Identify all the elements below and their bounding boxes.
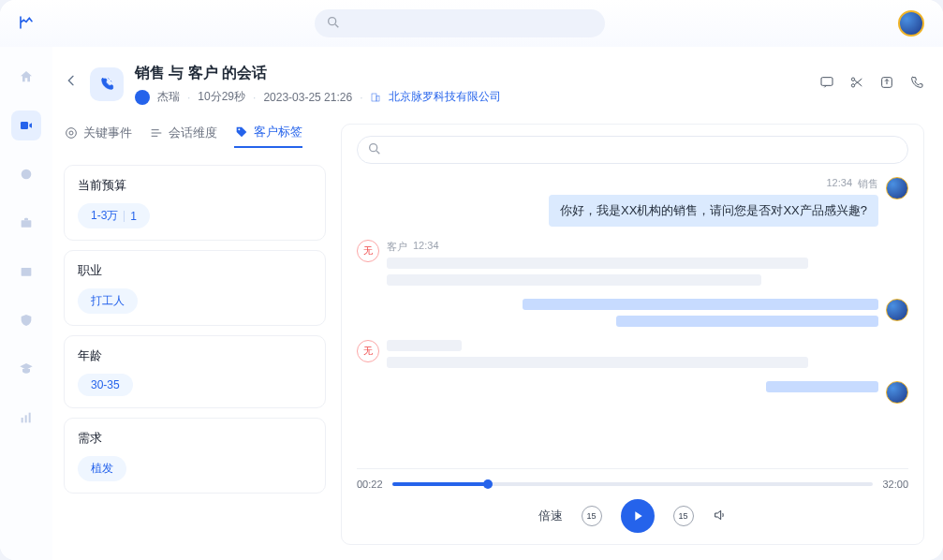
message-customer[interactable]: 无 [357, 340, 908, 368]
tag-chip[interactable]: 打工人 [78, 288, 138, 314]
conversation-search[interactable] [357, 136, 908, 164]
comment-icon[interactable] [819, 75, 834, 93]
top-bar [0, 0, 943, 47]
owner-name: 杰瑞 [157, 89, 180, 105]
datetime: 2023-03-25 21:26 [263, 91, 352, 104]
svg-rect-6 [25, 415, 27, 422]
svg-rect-4 [22, 268, 32, 276]
nav-education[interactable] [11, 354, 41, 384]
tag-section-occupation: 职业 打工人 [64, 250, 326, 326]
tag-section-age: 年龄 30-35 [64, 335, 326, 408]
svg-point-2 [22, 169, 32, 180]
tab-key-events[interactable]: 关键事件 [64, 124, 132, 148]
phone-icon[interactable] [909, 75, 924, 93]
left-nav [0, 47, 52, 560]
tag-chip[interactable]: 1-3万 1 [78, 203, 150, 228]
message-sales[interactable] [357, 381, 908, 404]
tab-dimensions[interactable]: 会话维度 [149, 124, 217, 148]
conversation-transcript: 12:34 销售 你好，我是XX机构的销售，请问您是否对XX产品感兴趣? 无 客… [357, 177, 908, 468]
message-sales[interactable] [357, 299, 908, 327]
volume-button[interactable] [713, 508, 728, 525]
svg-point-0 [329, 17, 336, 24]
user-avatar[interactable] [898, 10, 924, 37]
tag-chip[interactable]: 植发 [78, 456, 126, 481]
total-time: 32:00 [882, 479, 908, 490]
progress-bar[interactable] [392, 482, 874, 486]
search-icon [326, 15, 341, 33]
tag-section-need: 需求 植发 [64, 418, 326, 494]
sales-avatar [886, 177, 908, 199]
skeleton-line [387, 340, 462, 351]
company-icon [370, 91, 381, 104]
svg-rect-3 [22, 220, 32, 227]
back-button[interactable] [64, 64, 79, 93]
skeleton-line [766, 381, 878, 392]
customer-avatar: 无 [357, 240, 379, 262]
owner-avatar [135, 90, 150, 105]
nav-shield[interactable] [11, 305, 41, 335]
panel-tabs: 关键事件 会话维度 客户标签 [64, 124, 326, 155]
nav-video[interactable] [11, 111, 41, 140]
nav-circle[interactable] [11, 159, 41, 189]
skeleton-line [387, 357, 808, 368]
duration: 10分29秒 [198, 89, 245, 105]
page-title: 销售 与 客户 的会话 [135, 64, 808, 83]
skeleton-line [616, 316, 878, 327]
sales-avatar [886, 299, 908, 321]
current-time: 00:22 [357, 479, 383, 490]
app-logo[interactable] [19, 13, 34, 35]
tag-section-budget: 当前预算 1-3万 1 [64, 165, 326, 241]
company-link[interactable]: 北京脉罗科技有限公司 [389, 89, 501, 105]
svg-rect-9 [376, 96, 379, 102]
svg-point-17 [370, 143, 377, 151]
play-button[interactable] [621, 499, 655, 533]
search-icon [367, 141, 382, 159]
svg-rect-10 [821, 78, 832, 86]
scissors-icon[interactable] [849, 75, 864, 93]
skeleton-line [387, 258, 808, 269]
global-search[interactable] [315, 9, 605, 37]
message-customer[interactable]: 无 客户 12:34 [357, 240, 908, 286]
svg-point-14 [66, 128, 77, 139]
svg-rect-5 [22, 418, 23, 422]
customer-avatar: 无 [357, 340, 379, 362]
forward-15-button[interactable]: 15 [673, 506, 694, 526]
message-sales[interactable]: 12:34 销售 你好，我是XX机构的销售，请问您是否对XX产品感兴趣? [357, 177, 908, 227]
tag-chip[interactable]: 30-35 [78, 374, 133, 396]
svg-rect-1 [21, 122, 28, 129]
tab-customer-tags[interactable]: 客户标签 [234, 124, 302, 148]
svg-rect-7 [29, 413, 31, 423]
share-icon[interactable] [879, 75, 894, 93]
audio-player: 00:22 32:00 倍速 15 [357, 468, 908, 533]
speed-button[interactable]: 倍速 [538, 508, 563, 524]
skeleton-line [523, 299, 878, 310]
rewind-15-button[interactable]: 15 [582, 506, 602, 526]
svg-point-15 [69, 131, 73, 135]
nav-folder[interactable] [11, 257, 41, 287]
nav-stats[interactable] [11, 403, 41, 433]
nav-home[interactable] [11, 62, 41, 92]
message-bubble: 你好，我是XX机构的销售，请问您是否对XX产品感兴趣? [549, 195, 878, 227]
nav-briefcase[interactable] [11, 208, 41, 238]
skeleton-line [387, 274, 761, 286]
svg-rect-8 [372, 94, 376, 101]
call-icon [90, 67, 124, 101]
svg-point-16 [238, 128, 240, 130]
sales-avatar [886, 381, 908, 404]
